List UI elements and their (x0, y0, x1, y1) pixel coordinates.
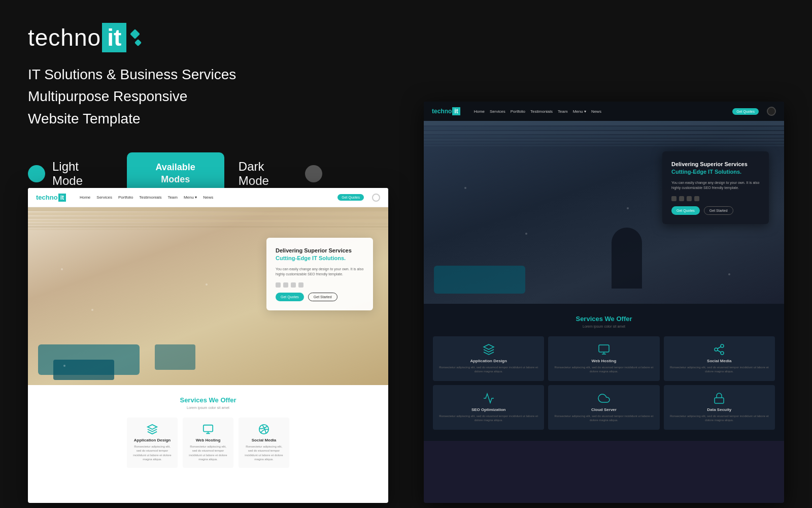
svg-point-19 (721, 352, 724, 355)
dark-preview-nav: technoit Home Services Portfolio Testimo… (424, 102, 784, 121)
light-nav-team: Team (167, 195, 178, 200)
light-service-name-2: Web Hosting (188, 438, 228, 442)
dark-service-card-2: Web Hosting Ronsectetur adipiscing elit,… (548, 336, 659, 381)
logo-dot-2 (134, 39, 142, 46)
dark-get-quotes-btn[interactable]: Get Quotes (671, 206, 700, 215)
light-service-name-1: Application Design (132, 438, 173, 442)
dark-nav-team: Team (558, 109, 568, 114)
light-social-icons (276, 282, 364, 288)
light-social-2 (283, 282, 288, 288)
light-nav-moon (372, 194, 380, 202)
dot-1 (61, 268, 63, 270)
dark-service-card-6: Data Secuity Ronsectetur adipiscing elit… (664, 385, 775, 430)
dark-service-name-5: Cloud Server (553, 407, 654, 412)
dark-nav-news: News (591, 109, 601, 114)
dark-service-desc-2: Ronsectetur adipiscing elit, sed do eius… (553, 365, 654, 374)
left-panel: techno it IT Solutions & Business Servic… (28, 23, 322, 210)
dark-hero-body: You can easily change any design to your… (671, 180, 760, 191)
dark-dot-2 (525, 233, 527, 235)
dark-nav-menu: Menu ▾ (573, 109, 586, 114)
light-services-section: Services We Offer Lorem ipsum color sit … (28, 385, 388, 479)
light-service-card-1: Application Design Ronsectetur adipiscin… (127, 418, 178, 468)
dark-service-icon-webhosting (598, 343, 610, 356)
light-nav-testimonials: Testimonials (139, 195, 161, 200)
dark-service-name-2: Web Hosting (553, 359, 654, 363)
light-get-started-btn[interactable]: Get Started (308, 293, 337, 301)
light-service-icon-2 (202, 424, 214, 435)
light-services-grid: Application Design Ronsectetur adipiscin… (37, 418, 379, 468)
dark-services-sub: Lorem ipsum color sit amet (433, 325, 775, 328)
dark-preview-hero: Delivering Superior Services Cutting-Edg… (424, 121, 784, 304)
dark-get-started-btn[interactable]: Get Started (704, 206, 733, 215)
dark-service-desc-3: Ronsectetur adipiscing elit, sed do eius… (669, 365, 770, 374)
light-nav-cta[interactable]: Get Quotes (337, 194, 364, 201)
light-preview-nav: technoit Home Services Portfolio Testimo… (28, 188, 388, 207)
dark-hero-buttons: Get Quotes Get Started (671, 206, 760, 215)
dark-service-icon-seo (483, 392, 495, 404)
dark-social-4 (694, 196, 699, 201)
dark-service-name-4: SEO Optimization (438, 407, 539, 412)
light-hero-body: You can easily change any design to your… (276, 267, 364, 277)
light-service-desc-1: Ronsectetur adipiscing elit, sed do eius… (132, 444, 173, 462)
svg-rect-5 (28, 226, 388, 228)
svg-rect-6 (28, 229, 388, 230)
light-mode-label: Light Mode (52, 160, 113, 188)
logo-box: it (102, 23, 126, 52)
dark-service-card-5: Cloud Server Ronsectetur adipiscing elit… (548, 385, 659, 430)
dark-hero-card: Delivering Superior Services Cutting-Edg… (662, 151, 769, 224)
dark-service-name-3: Social Media (669, 359, 770, 363)
light-get-quotes-btn[interactable]: Get Quotes (276, 293, 304, 301)
light-service-desc-3: Ronsectetur adipiscing elit, sed do eius… (244, 444, 284, 462)
light-mode-item: Light Mode (28, 160, 113, 188)
dark-service-name-6: Data Secuity (669, 407, 770, 412)
svg-rect-15 (424, 145, 784, 146)
svg-point-17 (721, 344, 724, 347)
dark-services-title: Services We Offer (433, 315, 775, 323)
dark-social-3 (687, 196, 692, 201)
logo-dot-1 (130, 29, 140, 39)
dark-dot-1 (464, 187, 466, 189)
light-nav-menu: Menu ▾ (184, 195, 197, 200)
light-service-desc-2: Ronsectetur adipiscing elit, sed do eius… (188, 444, 228, 462)
light-hero-card: Delivering Superior Services Cutting-Edg… (266, 238, 373, 310)
dark-nav-cta[interactable]: Get Quotes (732, 108, 759, 115)
light-nav-services: Services (96, 195, 112, 200)
dark-service-icon-security (713, 392, 725, 404)
dark-service-card-1: Application Design Ronsectetur adipiscin… (433, 336, 544, 381)
dark-services-section: Services We Offer Lorem ipsum color sit … (424, 304, 784, 441)
dark-service-icon-cloud (598, 392, 610, 404)
light-nav-portfolio: Portfolio (118, 195, 133, 200)
light-preview-hero: Delivering Superior Services Cutting-Edg… (28, 207, 388, 385)
light-services-sub: Lorem ipsum color sit amet (37, 406, 379, 409)
dark-social-icons (671, 196, 760, 201)
light-service-card-2: Web Hosting Ronsectetur adipiscing elit,… (183, 418, 233, 468)
light-nav-home: Home (80, 195, 90, 200)
dot-2 (91, 309, 93, 311)
svg-rect-20 (715, 398, 724, 403)
brand-tagline: IT Solutions & Business Services Multipu… (28, 64, 322, 130)
svg-rect-3 (28, 220, 388, 222)
light-social-3 (291, 282, 296, 288)
dark-dot-4 (728, 273, 730, 275)
dark-service-icon-socialmedia (713, 343, 725, 356)
dot-4 (63, 365, 65, 367)
light-mode-preview: technoit Home Services Portfolio Testimo… (28, 188, 388, 503)
svg-rect-14 (424, 142, 784, 144)
svg-rect-1 (28, 212, 388, 215)
light-hero-buttons: Get Quotes Get Started (276, 293, 364, 301)
light-service-name-3: Social Media (244, 438, 284, 442)
dark-service-desc-4: Ronsectetur adipiscing elit, sed do eius… (438, 414, 539, 423)
brand-logo: techno it (28, 23, 322, 52)
svg-rect-16 (599, 345, 609, 352)
svg-rect-12 (424, 135, 784, 138)
logo-decoration (131, 30, 141, 45)
dark-service-card-3: Social Media Ronsectetur adipiscing elit… (664, 336, 775, 381)
dark-service-desc-5: Ronsectetur adipiscing elit, sed do eius… (553, 414, 654, 423)
dark-services-grid: Application Design Ronsectetur adipiscin… (433, 336, 775, 430)
dark-nav-testimonials: Testimonials (530, 109, 553, 114)
light-services-title: Services We Offer (37, 396, 379, 404)
light-social-4 (298, 282, 303, 288)
dark-dot-3 (627, 207, 629, 209)
dark-mode-item: Dark Mode (239, 160, 322, 188)
dark-social-1 (671, 196, 676, 201)
